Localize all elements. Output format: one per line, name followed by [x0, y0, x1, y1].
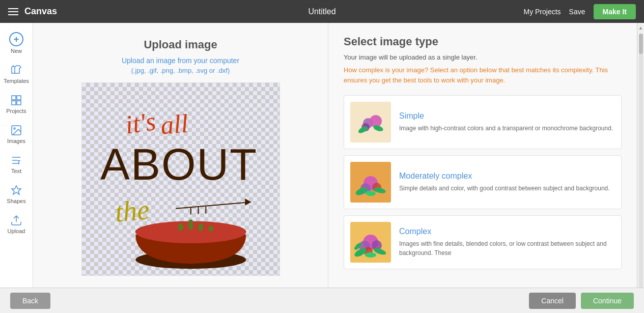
option-complex[interactable]: Complex Images with fine details, blende…	[344, 215, 622, 269]
text-icon: T	[10, 154, 22, 166]
select-section[interactable]: Select image type Your image will be upl…	[328, 23, 637, 313]
bottom-left-actions: Back	[10, 293, 50, 309]
svg-rect-1	[17, 96, 21, 100]
select-subtitle: Your image will be uploaded as a single …	[344, 53, 622, 61]
upload-icon	[10, 214, 22, 226]
select-question: How complex is your image? Select an opt…	[344, 65, 622, 85]
sidebar-item-images-label: Images	[7, 138, 25, 144]
svg-marker-7	[12, 186, 21, 194]
sidebar-item-upload[interactable]: Upload	[2, 210, 31, 238]
moderate-flower-svg	[350, 162, 391, 203]
svg-rect-25	[188, 219, 192, 226]
scroll-track[interactable]	[639, 34, 643, 302]
image-preview[interactable]: it's all ABOUT the	[81, 82, 280, 276]
my-projects-link[interactable]: My Projects	[523, 8, 561, 16]
option-moderate-content: Moderately complex Simple details and co…	[399, 172, 615, 193]
sidebar: + New Templates Projects Images	[0, 23, 33, 313]
svg-line-13	[176, 202, 251, 208]
svg-text:the: the	[114, 194, 151, 228]
svg-text:all: all	[159, 108, 189, 140]
sidebar-item-new[interactable]: + New	[2, 28, 31, 58]
save-button[interactable]: Save	[569, 8, 585, 16]
sidebar-item-projects-label: Projects	[6, 108, 26, 114]
shapes-icon	[10, 184, 22, 196]
cancel-button[interactable]: Cancel	[529, 293, 576, 309]
menu-icon[interactable]	[8, 8, 18, 15]
sidebar-item-shapes[interactable]: Shapes	[2, 180, 31, 208]
shirt-icon	[10, 64, 22, 76]
sidebar-item-text-label: Text	[11, 168, 21, 174]
option-moderate-desc: Simple details and color, with good cont…	[399, 184, 615, 193]
image-icon	[10, 124, 22, 136]
brand-logo: Canvas	[24, 6, 57, 17]
sidebar-item-shapes-label: Shapes	[7, 198, 25, 204]
grid-icon	[10, 94, 22, 106]
option-complex-content: Complex Images with fine details, blende…	[399, 227, 615, 258]
sidebar-item-text[interactable]: T Text	[2, 150, 31, 178]
upload-section: Upload image Upload an image from your c…	[33, 23, 328, 313]
document-title[interactable]: Untitled	[308, 7, 335, 16]
svg-point-21	[178, 223, 183, 231]
option-complex-desc: Images with fine details, blended colors…	[399, 239, 615, 258]
svg-text:T: T	[17, 160, 20, 165]
svg-text:ABOUT: ABOUT	[100, 139, 258, 188]
option-simple-desc: Image with high-contrast colors and a tr…	[399, 124, 615, 133]
simple-flower-svg	[350, 102, 391, 143]
main-layout: + New Templates Projects Images	[0, 23, 644, 313]
content-area: Upload image Upload an image from your c…	[33, 23, 644, 313]
option-complex-title: Complex	[399, 227, 615, 236]
option-moderate-thumbnail	[350, 162, 391, 203]
plus-circle-icon: +	[9, 32, 23, 46]
continue-button[interactable]: Continue	[581, 293, 634, 309]
svg-marker-14	[245, 198, 251, 206]
option-moderate-title: Moderately complex	[399, 172, 615, 181]
bottom-right-actions: Cancel Continue	[529, 293, 634, 309]
option-moderate[interactable]: Moderately complex Simple details and co…	[344, 155, 622, 209]
complex-flower-svg	[350, 222, 391, 263]
make-it-button[interactable]: Make It	[594, 4, 636, 19]
sidebar-item-images[interactable]: Images	[2, 120, 31, 148]
sidebar-item-new-label: New	[11, 48, 22, 54]
topbar: Canvas Untitled My Projects Save Make It	[0, 0, 644, 23]
upload-formats: (.jpg, .gif, .png, .bmp, .svg or .dxf)	[131, 67, 230, 74]
upload-title: Upload image	[144, 38, 217, 51]
svg-rect-3	[17, 101, 21, 105]
option-simple[interactable]: Simple Image with high-contrast colors a…	[344, 95, 622, 149]
option-complex-thumbnail	[350, 222, 391, 263]
uploaded-image-svg: it's all ABOUT the	[84, 84, 277, 275]
scrollbar[interactable]: ▲ ▼	[637, 23, 644, 313]
sidebar-item-projects[interactable]: Projects	[2, 90, 31, 118]
svg-rect-2	[12, 101, 16, 105]
svg-point-46	[365, 252, 376, 258]
scroll-thumb[interactable]	[639, 34, 643, 54]
upload-subtitle: Upload an image from your computer	[122, 56, 239, 65]
bottom-bar: Back Cancel Continue	[0, 288, 644, 313]
option-simple-content: Simple Image with high-contrast colors a…	[399, 111, 615, 133]
svg-point-23	[198, 223, 203, 231]
svg-point-24	[208, 225, 213, 232]
option-simple-title: Simple	[399, 111, 615, 121]
sidebar-item-templates-label: Templates	[4, 78, 29, 84]
svg-rect-0	[12, 96, 16, 100]
scroll-up-arrow[interactable]: ▲	[637, 24, 644, 32]
svg-text:it's: it's	[123, 106, 157, 139]
back-button[interactable]: Back	[10, 293, 50, 309]
sidebar-item-upload-label: Upload	[8, 228, 25, 234]
sidebar-item-templates[interactable]: Templates	[2, 60, 31, 88]
topbar-actions: My Projects Save Make It	[523, 4, 636, 19]
svg-point-5	[14, 128, 15, 129]
option-simple-thumbnail	[350, 102, 391, 143]
select-title: Select image type	[344, 35, 622, 48]
